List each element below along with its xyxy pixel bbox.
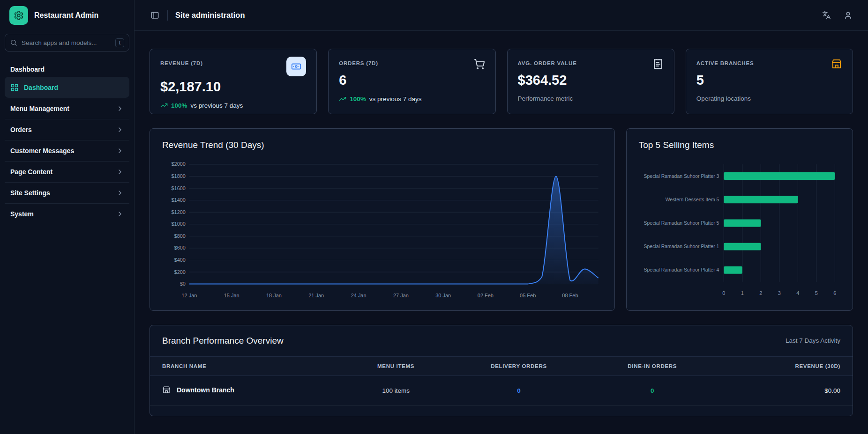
search-input[interactable] <box>22 39 111 46</box>
stat-subtitle: Performance metric <box>518 95 664 102</box>
table-row: Uptown Branch100 items10$203.50 <box>150 405 853 416</box>
svg-text:$800: $800 <box>174 233 186 239</box>
delivery-orders-cell: 1 <box>452 405 586 416</box>
svg-text:0: 0 <box>722 290 725 296</box>
svg-text:Special Ramadan Suhoor Platter: Special Ramadan Suhoor Platter 3 <box>644 174 719 179</box>
branch-table: BRANCH NAMEMENU ITEMSDELIVERY ORDERSDINE… <box>150 357 853 416</box>
search-box[interactable]: t <box>5 34 129 51</box>
svg-text:27 Jan: 27 Jan <box>393 293 409 298</box>
topbar-actions <box>818 7 856 23</box>
svg-text:Special Ramadan Suhoor Platter: Special Ramadan Suhoor Platter 1 <box>644 244 719 249</box>
sidebar-item-label: Page Content <box>10 168 52 176</box>
chevron-right-icon <box>116 126 124 133</box>
svg-text:6: 6 <box>833 290 836 296</box>
svg-text:4: 4 <box>796 290 799 296</box>
stat-value: $2,187.10 <box>160 79 306 95</box>
column-header: DINE-IN ORDERS <box>585 357 719 376</box>
column-header: REVENUE (30D) <box>719 357 853 376</box>
revenue-trend-chart: $0$200$400$600$800$1000$1200$1400$1600$1… <box>162 158 602 303</box>
svg-text:Special Ramadan Suhoor Platter: Special Ramadan Suhoor Platter 4 <box>644 267 719 272</box>
stat-cards: REVENUE (7D)$2,187.10100%vs previous 7 d… <box>150 49 853 114</box>
sidebar-item-dashboard[interactable]: Dashboard <box>5 77 129 98</box>
trend-suffix: vs previous 7 days <box>191 102 243 109</box>
stat-card-1: ORDERS (7D)6100%vs previous 7 days <box>328 49 495 114</box>
sidebar-section-label: Dashboard <box>5 66 129 73</box>
grid-icon <box>10 83 19 92</box>
svg-text:21 Jan: 21 Jan <box>308 293 324 298</box>
dine-in-orders-cell: 0 <box>585 375 719 405</box>
sidebar-item-label: Menu Management <box>10 105 69 112</box>
trend-value: 100% <box>350 96 366 103</box>
svg-text:$400: $400 <box>174 257 186 263</box>
sidebar-item-system[interactable]: System <box>5 203 129 224</box>
menu-items-cell: 100 items <box>340 405 452 416</box>
brand: Restaurant Admin <box>0 0 134 31</box>
sidebar-toggle-button[interactable] <box>147 7 163 23</box>
sidebar-nav: DashboardMenu ManagementOrdersCustomer M… <box>5 77 129 224</box>
user-menu-button[interactable] <box>840 7 856 23</box>
svg-text:30 Jan: 30 Jan <box>435 293 451 298</box>
column-header: MENU ITEMS <box>340 357 452 376</box>
top-items-chart: 0123456Special Ramadan Suhoor Platter 3W… <box>639 158 840 302</box>
top-items-card: Top 5 Selling Items 0123456Special Ramad… <box>626 128 853 311</box>
svg-text:12 Jan: 12 Jan <box>181 293 197 298</box>
top-items-title: Top 5 Selling Items <box>639 140 840 150</box>
gear-icon <box>9 6 28 25</box>
svg-text:08 Feb: 08 Feb <box>562 293 578 298</box>
stat-subtitle: Operating locations <box>696 95 842 102</box>
sidebar-item-page-content[interactable]: Page Content <box>5 161 129 182</box>
svg-text:18 Jan: 18 Jan <box>266 293 282 298</box>
stat-card-2: AVG. ORDER VALUE$364.52Performance metri… <box>507 49 674 114</box>
top-bar: Site administration <box>135 0 868 31</box>
charts-row: Revenue Trend (30 Days) $0$200$400$600$8… <box>150 128 853 311</box>
revenue-cell: $203.50 <box>719 405 853 416</box>
brand-name: Restaurant Admin <box>34 11 98 20</box>
sidebar-item-menu-management[interactable]: Menu Management <box>5 98 129 119</box>
column-header: BRANCH NAME <box>150 357 340 376</box>
stat-label: REVENUE (7D) <box>160 59 203 66</box>
svg-text:5: 5 <box>815 290 817 296</box>
language-button[interactable] <box>818 7 834 23</box>
svg-text:$600: $600 <box>174 245 186 250</box>
stat-value: 5 <box>696 73 842 88</box>
svg-text:$1800: $1800 <box>171 173 186 179</box>
delivery-orders-cell: 0 <box>452 375 586 405</box>
branch-performance-card: Branch Performance Overview Last 7 Days … <box>150 325 853 416</box>
revenue-trend-title: Revenue Trend (30 Days) <box>162 140 602 150</box>
stat-value: 6 <box>339 73 485 88</box>
sidebar: Restaurant Admin t Dashboard DashboardMe… <box>0 0 135 434</box>
store-icon <box>162 386 171 394</box>
trending-up-icon <box>160 102 168 109</box>
trending-up-icon <box>339 95 346 103</box>
svg-text:1: 1 <box>741 290 743 296</box>
revenue-trend-card: Revenue Trend (30 Days) $0$200$400$600$8… <box>150 128 615 311</box>
search-shortcut-badge: t <box>115 38 124 47</box>
chevron-right-icon <box>116 147 124 154</box>
search-icon <box>10 39 17 46</box>
table-header-row: BRANCH NAMEMENU ITEMSDELIVERY ORDERSDINE… <box>150 357 853 376</box>
app-root: Restaurant Admin t Dashboard DashboardMe… <box>0 0 868 434</box>
stat-trend: 100%vs previous 7 days <box>339 95 485 103</box>
sidebar-item-label: System <box>10 210 34 218</box>
sidebar-item-site-settings[interactable]: Site Settings <box>5 182 129 203</box>
trend-suffix: vs previous 7 days <box>369 96 422 103</box>
svg-text:Special Ramadan Suhoor Platter: Special Ramadan Suhoor Platter 5 <box>644 221 719 226</box>
svg-text:$2000: $2000 <box>171 161 186 167</box>
menu-items-cell: 100 items <box>340 375 452 405</box>
sidebar-item-label: Orders <box>10 126 32 133</box>
svg-text:$0: $0 <box>180 281 186 287</box>
sidebar-item-label: Site Settings <box>10 189 50 197</box>
chevron-right-icon <box>116 168 124 176</box>
sidebar-item-customer-messages[interactable]: Customer Messages <box>5 140 129 161</box>
cart-icon <box>474 59 485 70</box>
stat-label: ACTIVE BRANCHES <box>696 59 754 66</box>
page-title: Site administration <box>175 11 245 20</box>
stat-value: $364.52 <box>518 73 664 88</box>
svg-text:$1200: $1200 <box>171 209 186 215</box>
sidebar-item-label: Dashboard <box>24 84 58 91</box>
stat-card-0: REVENUE (7D)$2,187.10100%vs previous 7 d… <box>150 49 317 114</box>
sidebar-item-orders[interactable]: Orders <box>5 119 129 140</box>
sidebar-body: t Dashboard DashboardMenu ManagementOrde… <box>0 31 134 434</box>
chevron-right-icon <box>116 189 124 197</box>
stat-label: AVG. ORDER VALUE <box>518 59 577 66</box>
